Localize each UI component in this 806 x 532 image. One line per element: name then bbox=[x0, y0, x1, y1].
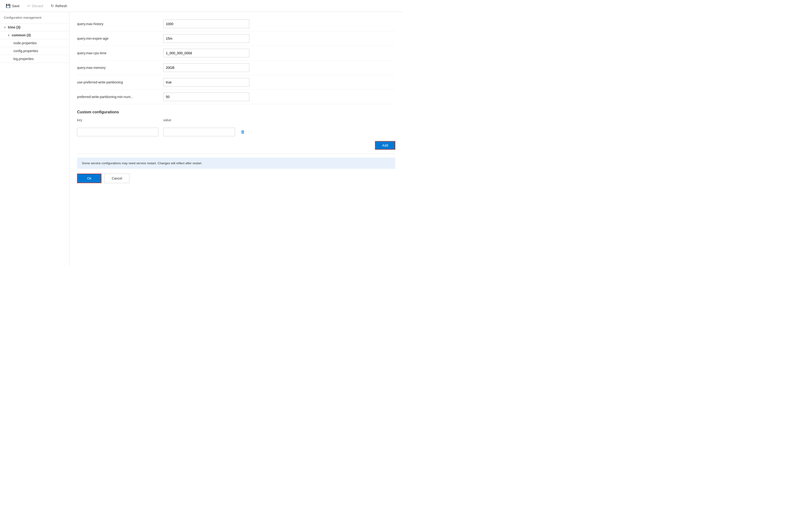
custom-config-row: 🗑 bbox=[77, 126, 395, 138]
custom-value-input[interactable] bbox=[163, 128, 235, 136]
common-tree-item[interactable]: ∨ common (3) bbox=[0, 31, 69, 39]
add-button[interactable]: Add bbox=[375, 141, 395, 150]
info-banner: Some service configurations may need ser… bbox=[77, 157, 395, 169]
custom-config-title: Custom configurations bbox=[77, 110, 395, 114]
config-value-input[interactable] bbox=[163, 20, 249, 28]
config-key: query.max-cpu-time bbox=[77, 51, 159, 55]
col-value-label: value bbox=[163, 118, 171, 122]
ok-button[interactable]: Ok bbox=[77, 174, 102, 183]
trino-tree-item[interactable]: ∨ trino (3) bbox=[0, 23, 69, 31]
action-row: Ok Cancel bbox=[77, 174, 395, 183]
config-key: query.max-history bbox=[77, 22, 159, 26]
trash-icon: 🗑 bbox=[241, 130, 245, 134]
config-key: preferred-write-partitioning-min-num... bbox=[77, 95, 159, 99]
config-key: query.min-expire-age bbox=[77, 37, 159, 40]
config-value-input[interactable] bbox=[163, 49, 249, 57]
config-rows: query.max-historyquery.min-expire-ageque… bbox=[77, 17, 395, 104]
discard-button[interactable]: ↩ Discard bbox=[25, 3, 45, 9]
add-row: Add bbox=[77, 141, 395, 154]
main-layout: Configuration management ∨ trino (3) ∨ c… bbox=[0, 12, 403, 266]
col-key-label: key bbox=[77, 118, 159, 122]
custom-config-header: key value bbox=[77, 118, 395, 124]
config-row: preferred-write-partitioning-min-num... bbox=[77, 90, 395, 104]
save-icon: 💾 bbox=[6, 4, 11, 8]
config-row: query.max-cpu-time bbox=[77, 46, 395, 60]
refresh-icon: ↻ bbox=[51, 4, 54, 8]
custom-key-input[interactable] bbox=[77, 128, 159, 136]
config-row: use-preferred-write-partitioning bbox=[77, 75, 395, 90]
config-row: query.max-memory bbox=[77, 60, 395, 75]
content-panel: query.max-historyquery.min-expire-ageque… bbox=[69, 12, 403, 266]
config-key: use-preferred-write-partitioning bbox=[77, 80, 159, 84]
config-value-input[interactable] bbox=[163, 34, 249, 43]
config-row: query.min-expire-age bbox=[77, 31, 395, 46]
delete-custom-row-button[interactable]: 🗑 bbox=[240, 129, 246, 136]
log-properties-item[interactable]: log.properties bbox=[0, 55, 69, 63]
sidebar: Configuration management ∨ trino (3) ∨ c… bbox=[0, 12, 69, 266]
config-value-input[interactable] bbox=[163, 93, 249, 101]
refresh-button[interactable]: ↻ Refresh bbox=[49, 3, 69, 9]
config-value-input[interactable] bbox=[163, 78, 249, 87]
trino-chevron-icon: ∨ bbox=[4, 25, 6, 29]
discard-icon: ↩ bbox=[27, 4, 31, 8]
sidebar-title: Configuration management bbox=[0, 16, 69, 23]
common-chevron-icon: ∨ bbox=[8, 34, 10, 37]
toolbar: 💾 Save ↩ Discard ↻ Refresh bbox=[0, 0, 403, 12]
config-value-input[interactable] bbox=[163, 63, 249, 72]
node-properties-item[interactable]: node.properties bbox=[0, 39, 69, 47]
save-button[interactable]: 💾 Save bbox=[4, 3, 21, 9]
cancel-button[interactable]: Cancel bbox=[104, 174, 130, 183]
config-row: query.max-history bbox=[77, 17, 395, 31]
config-properties-item[interactable]: config.properties bbox=[0, 47, 69, 55]
config-key: query.max-memory bbox=[77, 66, 159, 70]
